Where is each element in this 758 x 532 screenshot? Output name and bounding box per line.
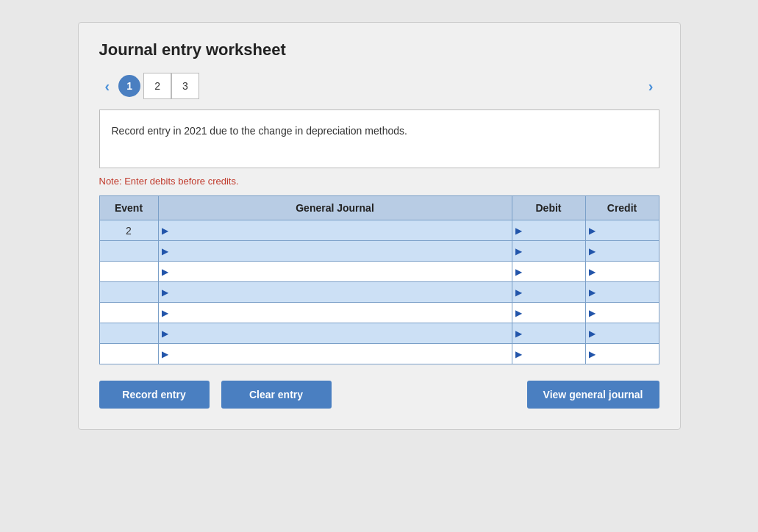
table-row-credit-6[interactable]: ▶	[585, 344, 659, 364]
view-general-journal-button[interactable]: View general journal	[527, 381, 659, 409]
credit-input-0[interactable]	[586, 220, 659, 240]
worksheet-container: Journal entry worksheet ‹ 1 2 3 › Record…	[78, 22, 681, 430]
table-row-debit-5[interactable]: ▶	[512, 323, 585, 344]
record-entry-button[interactable]: Record entry	[99, 381, 210, 409]
gj-input-2[interactable]	[159, 262, 512, 281]
table-row-debit-1[interactable]: ▶	[512, 241, 585, 262]
gj-input-1[interactable]	[159, 241, 512, 261]
table-row-gj-2[interactable]: ▶	[158, 262, 512, 282]
gj-input-0[interactable]	[159, 220, 512, 240]
journal-table: Event General Journal Debit Credit 2▶▶▶▶…	[99, 195, 659, 364]
credit-input-5[interactable]	[586, 323, 659, 343]
note-text: Note: Enter debits before credits.	[99, 176, 659, 187]
col-header-event: Event	[99, 196, 158, 220]
page-title: Journal entry worksheet	[99, 40, 659, 60]
table-row-credit-2[interactable]: ▶	[585, 262, 659, 282]
credit-input-3[interactable]	[586, 282, 659, 302]
table-row-gj-6[interactable]: ▶	[158, 344, 512, 364]
table-row-credit-4[interactable]: ▶	[585, 303, 659, 323]
gj-input-6[interactable]	[159, 344, 512, 364]
table-row-event-5	[99, 323, 158, 344]
table-row-gj-3[interactable]: ▶	[158, 282, 512, 303]
table-row-event-6	[99, 344, 158, 364]
table-row-debit-6[interactable]: ▶	[512, 344, 585, 364]
table-row-debit-0[interactable]: ▶	[512, 220, 585, 241]
table-row-gj-5[interactable]: ▶	[158, 323, 512, 344]
debit-input-3[interactable]	[512, 282, 585, 302]
tab-2[interactable]: 2	[143, 73, 171, 99]
table-row-event-0: 2	[99, 220, 158, 241]
gj-input-5[interactable]	[159, 323, 512, 343]
tab-1[interactable]: 1	[118, 75, 140, 97]
table-row-gj-1[interactable]: ▶	[158, 241, 512, 262]
credit-input-4[interactable]	[586, 303, 659, 323]
table-row-credit-0[interactable]: ▶	[585, 220, 659, 241]
table-row-event-1	[99, 241, 158, 262]
credit-input-1[interactable]	[586, 241, 659, 261]
clear-entry-button[interactable]: Clear entry	[221, 381, 332, 409]
gj-input-4[interactable]	[159, 303, 512, 323]
tab-3[interactable]: 3	[171, 73, 199, 99]
col-header-gj: General Journal	[158, 196, 512, 220]
credit-input-6[interactable]	[586, 344, 659, 364]
table-row-debit-3[interactable]: ▶	[512, 282, 585, 303]
table-row-gj-4[interactable]: ▶	[158, 303, 512, 323]
table-row-credit-1[interactable]: ▶	[585, 241, 659, 262]
buttons-row: Record entry Clear entry View general jo…	[99, 381, 659, 409]
table-row-credit-3[interactable]: ▶	[585, 282, 659, 303]
col-header-debit: Debit	[512, 196, 585, 220]
col-header-credit: Credit	[585, 196, 659, 220]
table-row-event-2	[99, 262, 158, 282]
debit-input-1[interactable]	[512, 241, 585, 261]
debit-input-2[interactable]	[512, 262, 585, 281]
description-box: Record entry in 2021 due to the change i…	[99, 109, 659, 168]
table-row-debit-2[interactable]: ▶	[512, 262, 585, 282]
debit-input-6[interactable]	[512, 344, 585, 364]
table-row-event-4	[99, 303, 158, 323]
table-row-gj-0[interactable]: ▶	[158, 220, 512, 241]
table-row-debit-4[interactable]: ▶	[512, 303, 585, 323]
credit-input-2[interactable]	[586, 262, 659, 281]
gj-input-3[interactable]	[159, 282, 512, 302]
table-row-event-3	[99, 282, 158, 303]
debit-input-4[interactable]	[512, 303, 585, 323]
table-row-credit-5[interactable]: ▶	[585, 323, 659, 344]
description-text: Record entry in 2021 due to the change i…	[112, 125, 407, 137]
prev-arrow[interactable]: ‹	[99, 75, 116, 98]
next-arrow[interactable]: ›	[643, 75, 659, 98]
debit-input-0[interactable]	[512, 220, 585, 240]
debit-input-5[interactable]	[512, 323, 585, 343]
tabs-row: ‹ 1 2 3 ›	[99, 73, 659, 99]
